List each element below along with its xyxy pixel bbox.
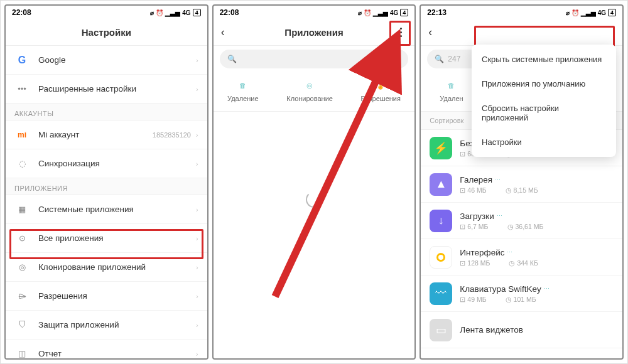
search-hint: 247: [448, 55, 460, 63]
action-delete[interactable]: 🗑 Удаление: [227, 78, 259, 102]
vibrate-icon: ⌀: [566, 9, 570, 16]
app-storage: ⊡ 46 МБ: [460, 186, 486, 194]
action-label: Удаление: [227, 95, 259, 102]
back-button[interactable]: ‹: [428, 26, 432, 39]
alarm-icon: ⏰: [156, 9, 163, 16]
app-name: Лента виджетов: [460, 325, 523, 335]
vibrate-icon: ⌀: [358, 9, 362, 16]
battery-icon: 4: [193, 9, 201, 16]
row-label: Google: [38, 55, 196, 65]
menu-hide-system[interactable]: Скрыть системные приложения: [472, 47, 616, 72]
action-permissions[interactable]: 🏅 Разрешения: [361, 78, 401, 102]
status-icons: ⌀ ⏰ ▁▃▅ 4G 4: [566, 9, 616, 16]
clone-icon: ◎: [303, 78, 317, 92]
row-system-apps[interactable]: ▦ Системные приложения ›: [6, 195, 207, 224]
status-bar: 22:08 ⌀ ⏰ ▁▃▅ 4G 4: [214, 6, 415, 19]
row-clone[interactable]: ◎ Клонирование приложений ›: [6, 253, 207, 282]
app-cache: ◷ 344 КБ: [509, 259, 538, 267]
chevron-right-icon: ›: [196, 131, 198, 139]
chevron-right-icon: ›: [196, 206, 198, 213]
menu-settings[interactable]: Настройки: [472, 130, 616, 154]
app-icon-security: ⚡: [430, 137, 452, 159]
app-icon-swiftkey: 〰: [430, 282, 452, 305]
search-icon: 🔍: [435, 55, 444, 63]
mi-icon: mi: [14, 127, 30, 142]
row-sublabel: 1852835120: [153, 131, 191, 139]
alarm-icon: ⏰: [571, 9, 579, 16]
signal-icon: ▁▃▅: [165, 9, 180, 16]
app-cache: ◷ 8,15 МБ: [506, 186, 538, 194]
screen-apps-menu: 22:13 ⌀ ⏰ ▁▃▅ 4G 4 ‹ 🔍 247 🗑 Удален Сорт…: [420, 4, 624, 360]
network-label: 4G: [390, 9, 398, 16]
chevron-right-icon: ›: [196, 160, 198, 168]
title-bar: Настройки: [6, 19, 207, 46]
app-item[interactable]: 〰 Клавиатура SwiftKey⋯ ⊡ 49 МБ ◷ 101 МБ: [421, 276, 622, 312]
battery-icon: 4: [400, 9, 408, 16]
action-row: 🗑 Удаление ◎ Клонирование 🏅 Разрешения: [214, 72, 415, 112]
search-input[interactable]: 🔍: [220, 50, 409, 68]
app-name: Загрузки: [460, 211, 494, 221]
chevron-right-icon: ›: [196, 321, 198, 329]
title-bar: ‹ Приложения: [214, 19, 415, 46]
chevron-right-icon: ›: [196, 264, 198, 271]
overflow-menu: Скрыть системные приложения Приложения п…: [472, 45, 616, 157]
status-time: 22:08: [12, 8, 31, 17]
shield-icon: ⛉: [14, 318, 30, 333]
title-bar: ‹: [421, 19, 622, 46]
trash-icon: 🗑: [445, 78, 458, 92]
chevron-right-icon: ›: [196, 85, 198, 93]
app-name: Галерея: [460, 175, 492, 185]
more-button[interactable]: [392, 24, 409, 41]
screen-settings: 22:08 ⌀ ⏰ ▁▃▅ 4G 4 Настройки G Google › …: [4, 4, 208, 360]
app-item[interactable]: ▲ Галерея⋯ ⊡ 46 МБ ◷ 8,15 МБ: [421, 166, 622, 203]
app-icon-downloads: ↓: [430, 210, 452, 232]
page-title: Приложения: [284, 27, 343, 38]
row-label: Защита приложений: [38, 320, 196, 329]
row-permissions[interactable]: ⌲ Разрешения ›: [6, 282, 207, 311]
action-delete[interactable]: 🗑 Удален: [440, 78, 463, 102]
section-apps: ПРИЛОЖЕНИЯ: [6, 178, 207, 195]
search-icon: 🔍: [227, 55, 237, 63]
trash-icon: 🗑: [236, 78, 250, 92]
app-cache: ◷ 101 МБ: [506, 296, 536, 303]
row-mi-account[interactable]: mi Mi аккаунт 1852835120 ›: [6, 120, 207, 149]
menu-default-apps[interactable]: Приложения по умолчанию: [472, 72, 616, 96]
app-icon-interface: [430, 246, 452, 269]
row-advanced[interactable]: ••• Расширенные настройки ›: [6, 75, 207, 104]
app-item[interactable]: ↓ Загрузки⋯ ⊡ 6,7 МБ ◷ 36,61 МБ: [421, 203, 622, 239]
back-button[interactable]: ‹: [221, 26, 225, 39]
app-icon-widgets: ▭: [430, 319, 452, 341]
row-report[interactable]: ◫ Отчет ›: [6, 340, 207, 358]
app-name: Клавиатура SwiftKey: [460, 284, 541, 294]
action-clone[interactable]: ◎ Клонирование: [286, 78, 333, 102]
report-icon: ◫: [14, 346, 30, 359]
menu-reset[interactable]: Сбросить настройки приложений: [472, 96, 616, 130]
row-label: Все приложения: [38, 233, 196, 243]
status-time: 22:08: [220, 8, 239, 17]
app-icon-gallery: ▲: [430, 173, 452, 196]
badge-icon: 🏅: [374, 78, 387, 92]
loading-spinner: [306, 191, 322, 208]
app-item[interactable]: Интерфейс⋯ ⊡ 128 МБ ◷ 344 КБ: [421, 239, 622, 276]
status-icons: ⌀ ⏰ ▁▃▅ 4G 4: [150, 9, 200, 16]
vibrate-icon: ⌀: [150, 9, 154, 16]
status-time: 22:13: [427, 8, 447, 17]
app-item[interactable]: ▭ Лента виджетов: [421, 312, 622, 348]
app-storage: ⊡ 6,7 МБ: [460, 223, 488, 230]
row-label: Mi аккаунт: [38, 130, 153, 139]
alarm-icon: ⏰: [364, 9, 371, 16]
status-icons: ⌀ ⏰ ▁▃▅ 4G 4: [358, 9, 408, 16]
row-protection[interactable]: ⛉ Защита приложений ›: [6, 311, 207, 340]
row-google[interactable]: G Google ›: [6, 46, 207, 75]
action-label: Клонирование: [286, 95, 333, 102]
app-name: Интерфейс: [460, 248, 504, 257]
signal-icon: ▁▃▅: [581, 9, 596, 16]
screen-apps: 22:08 ⌀ ⏰ ▁▃▅ 4G 4 ‹ Приложения 🔍 🗑 Удал…: [212, 4, 416, 360]
app-storage: ⊡ 128 МБ: [460, 259, 490, 267]
chevron-right-icon: ›: [196, 350, 198, 358]
row-all-apps[interactable]: ⊙ Все приложения ›: [6, 224, 207, 253]
row-sync[interactable]: ◌ Синхронизация ›: [6, 149, 207, 178]
battery-icon: 4: [608, 9, 616, 16]
action-label: Удален: [440, 95, 463, 102]
status-bar: 22:08 ⌀ ⏰ ▁▃▅ 4G 4: [6, 6, 207, 19]
